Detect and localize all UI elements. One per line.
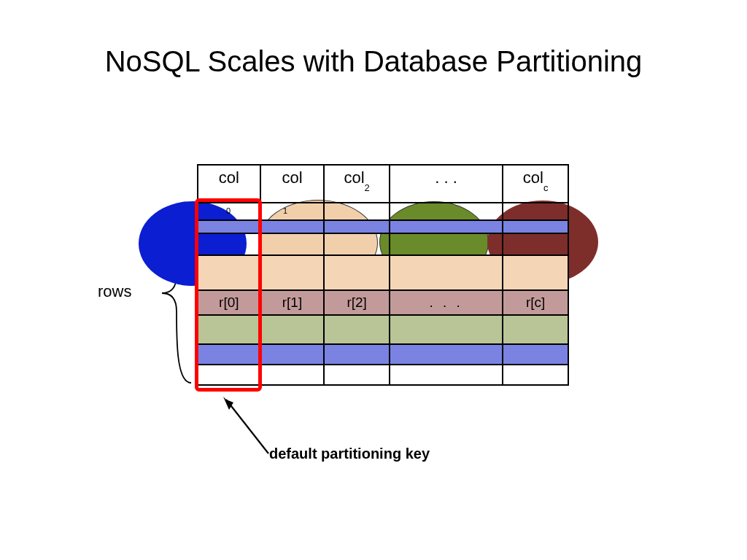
table-row <box>198 254 569 289</box>
arrow-label: default partitioning key <box>269 446 430 462</box>
table-grid: 0 1 r[0] r[1] r[2] . . . r[c] <box>197 202 569 386</box>
table-row <box>198 202 569 219</box>
subscript-1: 1 <box>283 206 287 215</box>
table-row <box>198 314 569 343</box>
cell-rdots: . . . <box>390 289 503 314</box>
table-header-row: col col col2 . . . colc <box>197 164 569 202</box>
svg-line-0 <box>226 400 268 454</box>
slide-title: NoSQL Scales with Database Partitioning <box>105 45 643 78</box>
cell-r0: r[0] <box>198 289 261 314</box>
table-row <box>198 233 569 254</box>
partition-diagram: col col col2 . . . colc 0 1 r[0] <box>197 164 569 386</box>
arrow-icon <box>216 392 274 456</box>
cell-r1: r[1] <box>261 289 325 314</box>
table-row <box>198 343 569 364</box>
cell-rc: r[c] <box>503 289 569 314</box>
cell-r2: r[2] <box>325 289 390 314</box>
table-row <box>198 219 569 233</box>
header-colc: colc <box>503 166 569 202</box>
table-row <box>198 364 569 384</box>
header-col1: col <box>261 166 325 202</box>
header-col0: col <box>198 166 261 202</box>
header-col-dots: . . . <box>390 166 503 202</box>
table-row-labels: r[0] r[1] r[2] . . . r[c] <box>198 289 569 314</box>
header-col2: col2 <box>325 166 390 202</box>
subscript-0: 0 <box>226 206 231 215</box>
rows-label: rows <box>98 282 131 301</box>
